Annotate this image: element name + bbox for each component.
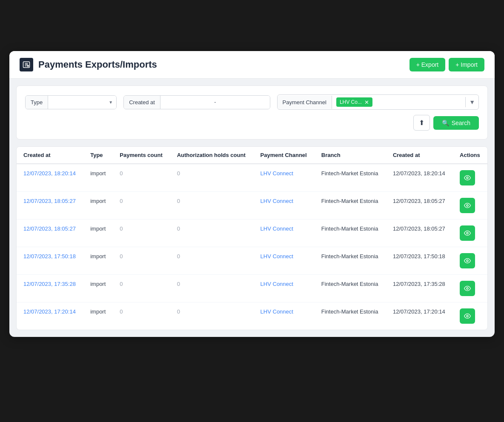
svg-point-6 (467, 177, 468, 179)
header-left: $ Payments Exports/Imports (20, 58, 157, 71)
svg-point-8 (467, 232, 468, 234)
payment-channel-label: Payment Channel (278, 96, 332, 109)
cell-payments-count: 0 (113, 247, 170, 275)
cell-created-at: 12/07/2023, 17:35:28 (17, 275, 83, 302)
date-from-input[interactable] (160, 96, 212, 109)
header-actions: + Export + Import (410, 58, 484, 71)
cell-created-at-2: 12/07/2023, 18:05:27 (386, 220, 453, 247)
eye-icon (464, 257, 471, 264)
col-branch: Branch (315, 147, 386, 164)
svg-point-10 (467, 288, 468, 289)
cell-type: import (83, 192, 113, 220)
cell-actions (453, 220, 487, 247)
table-body: 12/07/2023, 18:20:14 import 0 0 LHV Conn… (17, 164, 487, 330)
table-row: 12/07/2023, 18:20:14 import 0 0 LHV Conn… (17, 164, 487, 192)
table-row: 12/07/2023, 17:50:18 import 0 0 LHV Conn… (17, 247, 487, 275)
payment-channel-link[interactable]: LHV Connect (261, 225, 293, 232)
date-to-input[interactable] (219, 96, 270, 109)
created-at-link[interactable]: 12/07/2023, 18:05:27 (23, 198, 76, 204)
cell-created-at: 12/07/2023, 18:05:27 (17, 220, 83, 247)
filters-section: Type import export ▼ Created at - (16, 86, 488, 140)
search-button[interactable]: 🔍 Search (433, 116, 479, 130)
col-type: Type (83, 147, 113, 164)
cell-type: import (83, 302, 113, 330)
view-button[interactable] (460, 281, 475, 296)
view-button[interactable] (460, 225, 475, 241)
created-at-link[interactable]: 12/07/2023, 18:20:14 (23, 170, 76, 177)
table-row: 12/07/2023, 18:05:27 import 0 0 LHV Conn… (17, 220, 487, 247)
svg-point-7 (467, 205, 468, 206)
payment-channel-link[interactable]: LHV Connect (261, 170, 293, 177)
payment-channel-link[interactable]: LHV Connect (261, 198, 293, 204)
col-created-at: Created at (17, 147, 83, 164)
export-button[interactable]: + Export (410, 58, 446, 71)
col-payment-channel: Payment Channel (254, 147, 315, 164)
cell-created-at: 12/07/2023, 18:05:27 (17, 192, 83, 220)
cell-branch: Fintech-Market Estonia (315, 164, 386, 192)
created-at-link[interactable]: 12/07/2023, 17:50:18 (23, 253, 76, 259)
app-container: $ Payments Exports/Imports + Export + Im… (9, 51, 495, 337)
cell-branch: Fintech-Market Estonia (315, 192, 386, 220)
view-button[interactable] (460, 198, 475, 213)
table-header: Created at Type Payments count Authoriza… (17, 147, 487, 164)
payment-channel-link[interactable]: LHV Connect (261, 253, 293, 259)
eye-icon (464, 174, 471, 181)
col-created-at-2: Created at (386, 147, 453, 164)
cell-created-at: 12/07/2023, 17:20:14 (17, 302, 83, 330)
created-at-label: Created at (124, 96, 160, 109)
page-header: $ Payments Exports/Imports + Export + Im… (9, 51, 495, 79)
cell-created-at-2: 12/07/2023, 17:50:18 (386, 247, 453, 275)
created-at-link[interactable]: 12/07/2023, 17:20:14 (23, 308, 76, 315)
cell-payment-channel: LHV Connect (254, 164, 315, 192)
cell-created-at: 12/07/2023, 18:20:14 (17, 164, 83, 192)
upload-button[interactable]: ⬆ (413, 115, 430, 131)
cell-auth-holds-count: 0 (170, 247, 254, 275)
type-filter-label: Type (26, 96, 48, 109)
created-at-link[interactable]: 12/07/2023, 18:05:27 (23, 225, 76, 232)
payment-channel-link[interactable]: LHV Connect (261, 308, 293, 315)
date-separator: - (212, 99, 219, 106)
cell-auth-holds-count: 0 (170, 220, 254, 247)
cell-branch: Fintech-Market Estonia (315, 275, 386, 302)
created-at-link[interactable]: 12/07/2023, 17:35:28 (23, 281, 76, 287)
upload-icon: ⬆ (419, 119, 424, 126)
cell-auth-holds-count: 0 (170, 275, 254, 302)
cell-actions (453, 247, 487, 275)
cell-branch: Fintech-Market Estonia (315, 220, 386, 247)
payment-channel-link[interactable]: LHV Connect (261, 281, 293, 287)
cell-type: import (83, 220, 113, 247)
table-header-row: Created at Type Payments count Authoriza… (17, 147, 487, 164)
cell-actions (453, 275, 487, 302)
filters-row: Type import export ▼ Created at - (25, 94, 479, 110)
view-button[interactable] (460, 170, 475, 185)
page-icon: $ (20, 58, 33, 71)
channel-dropdown-arrow-icon[interactable]: ▼ (465, 97, 478, 107)
type-filter-group: Type import export ▼ (25, 95, 117, 109)
cell-created-at-2: 12/07/2023, 17:20:14 (386, 302, 453, 330)
cell-payments-count: 0 (113, 302, 170, 330)
import-button[interactable]: + Import (449, 58, 484, 71)
table-row: 12/07/2023, 17:35:28 import 0 0 LHV Conn… (17, 275, 487, 302)
table-row: 12/07/2023, 18:05:27 import 0 0 LHV Conn… (17, 192, 487, 220)
svg-point-11 (467, 315, 468, 317)
cell-payments-count: 0 (113, 220, 170, 247)
cell-type: import (83, 164, 113, 192)
eye-icon (464, 313, 471, 319)
search-icon: 🔍 (442, 120, 449, 126)
cell-auth-holds-count: 0 (170, 192, 254, 220)
tag-close-button[interactable]: ✕ (364, 100, 369, 105)
col-auth-holds-count: Authorization holds count (170, 147, 254, 164)
cell-actions (453, 192, 487, 220)
cell-auth-holds-count: 0 (170, 302, 254, 330)
col-actions: Actions (453, 147, 487, 164)
cell-payment-channel: LHV Connect (254, 192, 315, 220)
cell-payment-channel: LHV Connect (254, 220, 315, 247)
payment-channel-filter-group: Payment Channel LHV Co... ✕ ▼ (277, 94, 479, 110)
svg-point-9 (467, 260, 468, 262)
payment-channel-tag: LHV Co... ✕ (336, 97, 372, 107)
view-button[interactable] (460, 308, 475, 324)
cell-type: import (83, 247, 113, 275)
type-select[interactable]: import export (48, 96, 116, 109)
page-title: Payments Exports/Imports (38, 59, 157, 70)
view-button[interactable] (460, 253, 475, 268)
